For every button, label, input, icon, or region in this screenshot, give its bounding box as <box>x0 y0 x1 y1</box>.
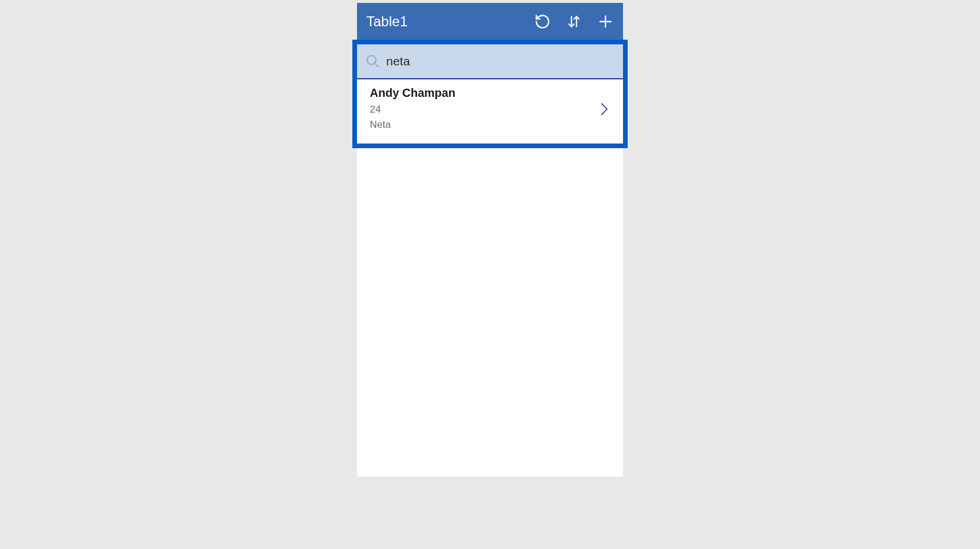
refresh-icon <box>534 13 551 30</box>
search-input[interactable] <box>386 54 615 68</box>
refresh-button[interactable] <box>534 13 551 30</box>
chevron-right-icon <box>598 101 610 117</box>
search-icon <box>365 54 380 69</box>
list-item[interactable]: Andy Champan 24 Neta <box>357 79 623 144</box>
list-item-age: 24 <box>370 102 598 117</box>
content-area <box>357 148 623 477</box>
header: Table1 <box>357 3 623 40</box>
sort-icon <box>566 13 582 30</box>
search-bar <box>357 44 623 79</box>
page-title: Table1 <box>366 13 534 30</box>
app-container: Table1 <box>357 3 623 477</box>
list-item-content: Andy Champan 24 Neta <box>370 86 598 132</box>
svg-line-5 <box>374 63 379 67</box>
highlighted-section: Andy Champan 24 Neta <box>352 40 628 148</box>
add-button[interactable] <box>597 13 614 30</box>
sort-button[interactable] <box>566 13 582 30</box>
list-item-company: Neta <box>370 117 598 132</box>
header-actions <box>534 13 614 30</box>
list-item-name: Andy Champan <box>370 86 598 100</box>
plus-icon <box>597 13 614 30</box>
svg-point-4 <box>367 55 376 64</box>
